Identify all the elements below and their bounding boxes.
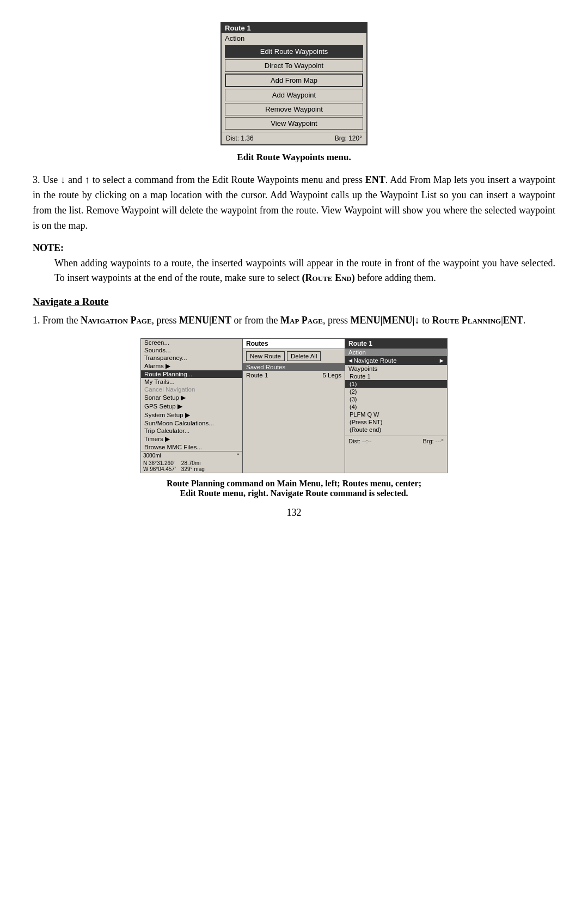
waypoints-label: Waypoints xyxy=(345,365,447,372)
direct-to-waypoint-btn[interactable]: Direct To Waypoint xyxy=(225,59,363,72)
menu-sun-moon[interactable]: Sun/Moon Calculations... xyxy=(141,419,242,427)
main-menu-panel: Screen... Sounds... Transparency... Alar… xyxy=(140,338,243,473)
bottom-caption: Route Planning command on Main Menu, lef… xyxy=(33,479,555,498)
coordinates-display: N 36°31.260' W 96°04.457' 28.70mi 329° m… xyxy=(141,460,242,473)
screen-title: Route 1 xyxy=(222,23,366,33)
menu-route-planning[interactable]: Route Planning... xyxy=(141,370,242,378)
saved-routes-header: Saved Routes xyxy=(243,363,345,371)
route-edit-title: Route 1 xyxy=(345,339,447,349)
menu-transparency[interactable]: Transparency... xyxy=(141,354,242,362)
paragraph-1: 3. Use ↓ and ↑ to select a command from … xyxy=(33,173,555,234)
new-route-btn[interactable]: New Route xyxy=(246,351,285,361)
menu-trip-calc[interactable]: Trip Calculator... xyxy=(141,427,242,435)
menu-browse-mmc[interactable]: Browse MMC Files... xyxy=(141,443,242,451)
coord-mag: 329° mag xyxy=(181,466,205,472)
navigate-label: ◄Navigate Route xyxy=(347,357,397,364)
view-waypoint-btn[interactable]: View Waypoint xyxy=(225,117,363,130)
waypoint-1[interactable]: (1) xyxy=(345,380,447,388)
coord-dist: 28.70mi xyxy=(181,460,205,466)
route-dist: Dist: --:-- xyxy=(348,438,372,444)
coord-w: W 96°04.457' xyxy=(143,466,176,472)
paragraph-2: 1. From the Navigation Page, press MENU|… xyxy=(33,313,555,328)
add-waypoint-btn[interactable]: Add Waypoint xyxy=(225,89,363,101)
dist-display: Dist: 1.36 xyxy=(226,135,254,142)
add-from-map-btn[interactable]: Add From Map xyxy=(225,74,363,87)
menu-screen[interactable]: Screen... xyxy=(141,339,242,346)
menu-sonar-setup[interactable]: Sonar Setup xyxy=(141,393,242,402)
navigate-arrow: ► xyxy=(439,357,445,364)
route-brg: Brg: ---° xyxy=(422,438,444,444)
route-action-label: Action xyxy=(345,349,447,356)
note-section: NOTE: When adding waypoints to a route, … xyxy=(33,242,555,286)
waypoint-route1: Route 1 xyxy=(345,372,447,380)
routes-btn-row: New Route Delete All xyxy=(243,349,345,363)
menu-cancel-navigation: Cancel Navigation xyxy=(141,386,242,393)
bottom-caption-line1: Route Planning command on Main Menu, lef… xyxy=(33,479,555,488)
coord-n: N 36°31.260' xyxy=(143,460,176,466)
route-dist-bar: Dist: --:-- Brg: ---° xyxy=(345,436,447,446)
bottom-caption-line2: Edit Route menu, right. Navigate Route c… xyxy=(33,488,555,498)
action-row: Action xyxy=(222,33,366,44)
route-name: Route 1 xyxy=(246,372,268,378)
navigate-route-row[interactable]: ◄Navigate Route ► xyxy=(345,356,447,365)
waypoint-4[interactable]: (4) xyxy=(345,403,447,411)
menu-sounds[interactable]: Sounds... xyxy=(141,346,242,354)
note-body: When adding waypoints to a route, the in… xyxy=(54,256,555,286)
menu-alarms[interactable]: Alarms xyxy=(141,362,242,370)
scale-bar: 3000mi ⌃ xyxy=(141,451,242,460)
route-row[interactable]: Route 1 5 Legs xyxy=(243,371,345,380)
remove-waypoint-btn[interactable]: Remove Waypoint xyxy=(225,103,363,115)
routes-panel: Routes New Route Delete All Saved Routes… xyxy=(243,338,345,473)
bottom-screenshots-container: Screen... Sounds... Transparency... Alar… xyxy=(33,338,555,473)
brg-display: Brg: 120° xyxy=(335,135,362,142)
waypoint-2[interactable]: (2) xyxy=(345,388,447,395)
waypoint-plfm[interactable]: PLFM Q W xyxy=(345,411,447,418)
routes-panel-title: Routes xyxy=(243,339,345,349)
edit-route-waypoints-screen: Route 1 Action Edit Route Waypoints Dire… xyxy=(220,22,367,145)
delete-all-btn[interactable]: Delete All xyxy=(287,351,321,361)
status-bar: Dist: 1.36 Brg: 120° xyxy=(222,132,366,144)
scale-label: 3000mi xyxy=(143,453,161,459)
top-caption: Edit Route Waypoints menu. xyxy=(33,152,555,163)
page-number: 132 xyxy=(33,507,555,518)
menu-my-trails[interactable]: My Trails... xyxy=(141,378,242,386)
section-heading: Navigate a Route xyxy=(33,296,555,308)
waypoint-3[interactable]: (3) xyxy=(345,395,447,403)
route-edit-panel: Route 1 Action ◄Navigate Route ► Waypoin… xyxy=(345,338,448,473)
menu-timers[interactable]: Timers xyxy=(141,435,242,443)
waypoint-press-ent: (Press ENT) xyxy=(345,418,447,426)
note-title: NOTE: xyxy=(33,242,555,254)
route-legs: 5 Legs xyxy=(322,372,341,378)
edit-route-waypoints-btn[interactable]: Edit Route Waypoints xyxy=(225,45,363,58)
menu-gps-setup[interactable]: GPS Setup xyxy=(141,402,242,411)
top-screenshot-container: Route 1 Action Edit Route Waypoints Dire… xyxy=(33,22,555,145)
waypoint-route-end: (Route end) xyxy=(345,426,447,433)
menu-system-setup[interactable]: System Setup xyxy=(141,411,242,419)
